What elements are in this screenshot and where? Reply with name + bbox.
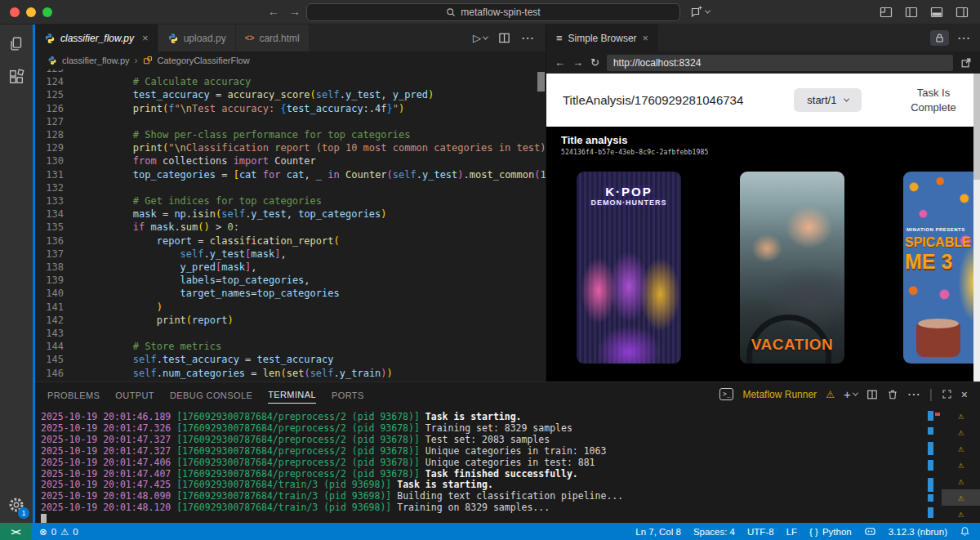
tab-classifier-flow[interactable]: classifier_flow.py × — [35, 25, 158, 51]
browser-back-icon[interactable]: ← — [555, 56, 565, 69]
tab-debug-console[interactable]: DEBUG CONSOLE — [170, 386, 252, 404]
breadcrumb-file[interactable]: classifier_flow.py — [62, 56, 130, 65]
code-line[interactable]: 137 self.y_test[mask], — [35, 248, 546, 261]
terminal-list-item[interactable]: ⚠ — [942, 457, 980, 473]
close-panel-icon[interactable]: × — [961, 388, 968, 401]
code-line[interactable]: 133 # Get indices for top categories — [35, 194, 546, 208]
run-python-button[interactable]: ▷ — [473, 32, 488, 44]
split-terminal-icon[interactable] — [866, 389, 878, 400]
code-line[interactable]: 134 mask = np.isin(self.y_test, top_cate… — [35, 208, 546, 221]
tab-ports[interactable]: PORTS — [332, 386, 364, 404]
code-line[interactable]: 126 print(f"\nTest accuracy: {test_accur… — [35, 102, 546, 115]
code-line[interactable]: 138 y_pred[mask], — [35, 261, 546, 274]
tab-output[interactable]: OUTPUT — [115, 386, 154, 404]
editor-scrollbar[interactable] — [537, 72, 545, 91]
terminal[interactable]: 2025-10-19 20:01:46.189 [176092930078768… — [35, 406, 980, 523]
tab-card-html[interactable]: <> card.html — [236, 25, 310, 51]
problems-status[interactable]: ⊗ 0 ⚠ 0 — [31, 526, 78, 538]
toggle-sidebar-icon[interactable] — [905, 6, 918, 19]
more-actions-icon[interactable]: ⋯ — [957, 30, 970, 46]
terminal-list-item[interactable]: ⚠ — [942, 506, 980, 522]
terminal-list-item[interactable]: ⚠ — [942, 424, 980, 440]
terminal-list-item[interactable]: ⚠ — [942, 440, 980, 457]
code-line[interactable]: 144 # Store metrics — [35, 340, 546, 353]
tab-problems[interactable]: PROBLEMS — [47, 386, 100, 404]
terminal-scrollbar[interactable] — [928, 408, 933, 520]
code-line[interactable]: 124 # Calculate accuracy — [35, 75, 546, 88]
copilot-chat-button[interactable] — [690, 5, 710, 18]
close-tab-icon[interactable]: × — [643, 33, 648, 44]
browser-scrollbar[interactable] — [973, 74, 980, 382]
maximize-panel-icon[interactable] — [942, 389, 952, 399]
toggle-panel-icon[interactable] — [930, 6, 943, 19]
code-line[interactable]: 141 ) — [35, 301, 546, 314]
cursor-position[interactable]: Ln 7, Col 8 — [635, 527, 681, 537]
code-line[interactable]: 123 — [35, 69, 546, 75]
open-external-icon[interactable] — [960, 57, 972, 69]
code-line[interactable]: 136 report = classification_report( — [35, 234, 546, 248]
more-actions-icon[interactable]: ⋯ — [907, 386, 920, 402]
code-line[interactable]: 129 print("\nClassification report (top … — [35, 141, 546, 154]
language-mode[interactable]: { } Python — [809, 527, 852, 537]
command-center-search[interactable]: metaflow-spin-test — [306, 3, 680, 21]
more-actions-icon[interactable]: ⋯ — [521, 30, 534, 46]
code-line[interactable]: 131 top_categories = [cat for cat, _ in … — [35, 168, 546, 181]
python-interpreter[interactable]: 3.12.3 (nbrun) — [889, 527, 947, 537]
code-line[interactable]: 145 self.test_accuracy = test_accuracy — [35, 353, 546, 366]
movie-poster-vacation: VACATION — [740, 172, 844, 364]
code-line[interactable]: 130 from collections import Counter — [35, 154, 546, 167]
code-line[interactable]: 127 — [35, 115, 546, 128]
code-line[interactable]: 139 labels=top_categories, — [35, 274, 546, 287]
explorer-icon[interactable] — [0, 28, 33, 60]
code-editor[interactable]: 123 124 # Calculate accuracy125 test_acc… — [35, 69, 546, 382]
close-window-button[interactable] — [10, 7, 20, 17]
close-tab-icon[interactable]: × — [142, 32, 149, 44]
code-line[interactable]: 140 target_names=top_categories — [35, 287, 546, 300]
code-line[interactable]: 125 test_accuracy = accuracy_score(self.… — [35, 88, 546, 101]
chevron-down-icon — [483, 34, 488, 40]
toggle-secondary-sidebar-icon[interactable] — [956, 6, 969, 19]
code-line[interactable]: 143 — [35, 327, 546, 340]
extensions-icon[interactable] — [0, 60, 33, 93]
browser-reload-icon[interactable]: ↻ — [590, 56, 599, 69]
indentation[interactable]: Spaces: 4 — [693, 527, 735, 537]
code-line[interactable]: 128 # Show per-class performance for top… — [35, 128, 546, 141]
settings-gear-button[interactable]: 1 — [0, 489, 33, 521]
window-controls — [10, 7, 52, 17]
url-input[interactable]: http://localhost:8324 — [607, 55, 953, 71]
notifications-bell-icon[interactable] — [960, 526, 970, 537]
editor-group: classifier_flow.py × upload.py <> card.h… — [35, 25, 546, 382]
eol-sequence[interactable]: LF — [786, 527, 797, 537]
split-editor-icon[interactable] — [498, 32, 510, 44]
code-line[interactable]: 146 self.num_categories = len(set(self.y… — [35, 367, 546, 380]
kill-terminal-icon[interactable] — [887, 389, 898, 400]
terminal-name[interactable]: Metaflow Runner — [742, 389, 817, 400]
browser-forward-icon[interactable]: → — [572, 56, 583, 69]
code-line[interactable]: 132 — [35, 181, 546, 194]
breadcrumb-symbol[interactable]: CategoryClassifierFlow — [158, 56, 250, 65]
history-forward-icon[interactable]: → — [289, 5, 301, 18]
encoding[interactable]: UTF-8 — [747, 527, 774, 537]
code-line[interactable]: 135 if mask.sum() > 0: — [35, 221, 546, 234]
terminal-list-item[interactable]: ⚠ — [942, 473, 980, 489]
terminal-list-item[interactable]: ⚠ — [942, 408, 980, 424]
lock-button[interactable] — [930, 30, 949, 46]
tab-simple-browser[interactable]: ≡ Simple Browser × — [546, 25, 658, 51]
customize-layout-icon[interactable] — [880, 6, 893, 19]
copilot-status-icon[interactable] — [864, 525, 876, 538]
remote-indicator[interactable]: >< — [0, 523, 31, 540]
terminal-list-item[interactable]: ⚠ — [942, 489, 980, 506]
code-text — [86, 327, 91, 340]
code-text — [86, 115, 91, 128]
maximize-window-button[interactable] — [42, 7, 52, 17]
new-terminal-button[interactable]: + — [844, 387, 858, 401]
tab-terminal[interactable]: TERMINAL — [268, 385, 316, 404]
breadcrumb[interactable]: classifier_flow.py › CategoryClassifierF… — [35, 51, 546, 69]
tab-upload[interactable]: upload.py — [158, 25, 236, 51]
step-selector[interactable]: start/1 — [794, 88, 862, 112]
history-back-icon[interactable]: ← — [268, 5, 279, 18]
minimize-window-button[interactable] — [26, 7, 36, 17]
code-line[interactable]: 142 print(report) — [35, 314, 546, 327]
poster-title: K·POP — [577, 185, 681, 199]
warning-icon: ⚠ — [958, 475, 964, 487]
